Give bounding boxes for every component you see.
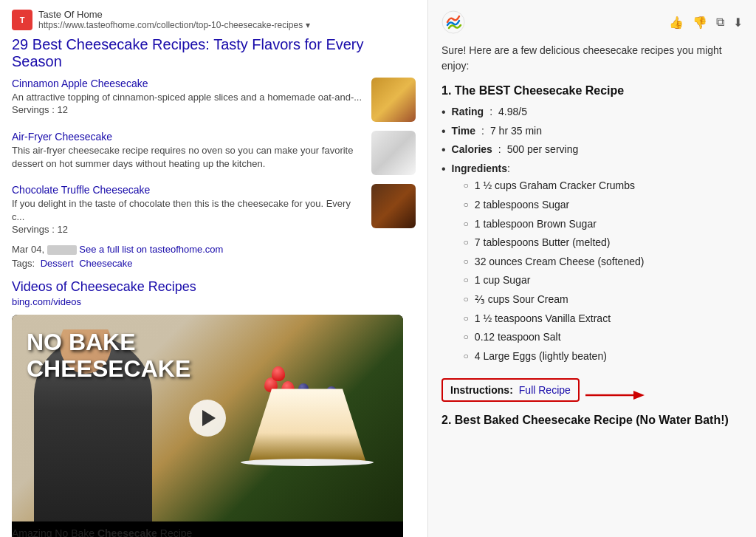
time-label: Time [452, 124, 475, 139]
ingredients-label: Ingredients [452, 163, 507, 174]
recipe-thumb-airfryer [371, 131, 416, 175]
recipe-link-chocolate[interactable]: Chocolate Truffle Cheesecake [12, 184, 364, 196]
instructions-label: Instructions: [450, 384, 513, 396]
intro-text: Sure! Here are a few delicious cheesecak… [441, 43, 743, 74]
recipe-thumb-chocolate [371, 184, 416, 228]
ingredient-item: 1 cup Sugar [464, 273, 645, 288]
date-blur [47, 245, 77, 255]
source-info: Taste Of Home https://www.tasteofhome.co… [38, 9, 310, 30]
video-title-overlay: NO BAKE CHEESECAKE [27, 329, 190, 381]
ingredients-list: 1 ½ cups Graham Cracker Crumbs2 tablespo… [464, 179, 645, 363]
ingredient-item: 1 ½ teaspoons Vanilla Extract [464, 312, 645, 326]
recipe1-title: 1. The BEST Cheesecake Recipe [441, 84, 743, 98]
ingredient-item: 0.12 teaspoon Salt [464, 330, 645, 345]
recipe-link-airfryer[interactable]: Air-Fryer Cheesecake [12, 131, 364, 143]
recipe-meta-cinnamon: Servings : 12 [12, 104, 364, 115]
ingredient-item: 7 tablespoons Butter (melted) [464, 236, 645, 250]
recipe-text-cinnamon: Cinnamon Apple Cheesecake An attractive … [12, 78, 364, 115]
recipe-link-cinnamon[interactable]: Cinnamon Apple Cheesecake [12, 78, 364, 89]
videos-section-title[interactable]: Videos of Cheesecake Recipes [12, 279, 416, 295]
calories-value: 500 per serving [507, 143, 579, 157]
date-line: Mar 04, See a full list on tasteofhome.c… [12, 244, 416, 255]
tags-line: Tags: Dessert Cheesecake [12, 258, 416, 269]
recipe-meta-chocolate: Servings : 12 [12, 224, 364, 235]
recipe-thumb-cinnamon [371, 78, 416, 122]
see-full-link[interactable]: See a full list on tasteofhome.com [79, 244, 223, 255]
recipe-item-airfryer: Air-Fryer Cheesecake This air-fryer chee… [12, 131, 416, 175]
svg-point-0 [442, 11, 464, 33]
full-recipe-link[interactable]: Full Recipe [519, 384, 571, 396]
thumbup-icon[interactable]: 👍 [669, 16, 684, 30]
source-name: Taste Of Home [38, 9, 310, 20]
left-panel: T Taste Of Home https://www.tasteofhome.… [0, 0, 428, 537]
recipe-text-airfryer: Air-Fryer Cheesecake This air-fryer chee… [12, 131, 364, 171]
recipe-desc-chocolate: If you delight in the taste of chocolate… [12, 197, 364, 224]
ingredient-item: ⅔ cups Sour Cream [464, 293, 645, 307]
rating-label: Rating [452, 105, 484, 120]
rating-item: Rating: 4.98/5 [441, 105, 743, 120]
svg-marker-2 [633, 391, 645, 400]
copilot-logo [441, 10, 465, 34]
ingredient-item: 1 ½ cups Graham Cracker Crumbs [464, 179, 645, 194]
recipe-desc-airfryer: This air-fryer cheesecake recipe require… [12, 144, 364, 171]
ingredient-item: 1 tablespoon Brown Sugar [464, 217, 645, 232]
recipe-text-chocolate: Chocolate Truffle Cheesecake If you deli… [12, 184, 364, 235]
video-info: Amazing No Bake Cheesecake Recipe 1M vie… [12, 521, 403, 537]
instructions-box: Instructions: Full Recipe [441, 378, 580, 402]
thumbdown-icon[interactable]: 👎 [693, 16, 707, 30]
ingredients-item: Ingredients: 1 ½ cups Graham Cracker Cru… [441, 162, 743, 369]
instructions-row: Instructions: Full Recipe [441, 378, 743, 412]
recipe2-title: 2. Best Baked Cheesecake Recipe (No Wate… [441, 412, 743, 428]
ingredient-item: 32 ounces Cream Cheese (softened) [464, 255, 645, 270]
calories-item: Calories: 500 per serving [441, 143, 743, 157]
right-panel: 👍 👎 ⧉ ⬇ Sure! Here are a few delicious c… [428, 0, 756, 537]
time-item: Time: 7 hr 35 min [441, 124, 743, 139]
cheesecake-plate [241, 459, 374, 466]
rating-value: 4.98/5 [498, 105, 527, 120]
recipe-item-chocolate: Chocolate Truffle Cheesecake If you deli… [12, 184, 416, 235]
ingredient-item: 4 Large Eggs (lightly beaten) [464, 349, 645, 364]
videos-source[interactable]: bing.com/videos [12, 296, 416, 307]
source-header: T Taste Of Home https://www.tasteofhome.… [12, 9, 416, 30]
ingredient-item: 2 tablespoons Sugar [464, 198, 645, 213]
recipe-desc-cinnamon: An attractive topping of cinnamon-spiced… [12, 91, 364, 104]
red-arrow [585, 388, 645, 403]
header-actions: 👍 👎 ⧉ ⬇ [669, 16, 743, 30]
video-card[interactable]: NO BAKE CHEESECAKE Amazing No Ba [12, 315, 403, 537]
section-divider: Videos of Cheesecake Recipes bing.com/vi… [12, 279, 416, 307]
recipe-item-cinnamon: Cinnamon Apple Cheesecake An attractive … [12, 78, 416, 122]
tag-cheesecake[interactable]: Cheesecake [79, 258, 132, 269]
main-search-title[interactable]: 29 Best Cheesecake Recipes: Tasty Flavor… [12, 36, 416, 70]
recipe1-meta-list: Rating: 4.98/5 Time: 7 hr 35 min Calorie… [441, 105, 743, 372]
calories-label: Calories [452, 143, 492, 157]
cheesecake-visual [233, 363, 381, 473]
copilot-header: 👍 👎 ⧉ ⬇ [441, 10, 743, 34]
time-value: 7 hr 35 min [490, 124, 542, 139]
tag-dessert[interactable]: Dessert [41, 258, 74, 269]
source-url: https://www.tasteofhome.com/collection/t… [38, 20, 310, 30]
download-icon[interactable]: ⬇ [733, 16, 743, 30]
video-title-text: Amazing No Bake Cheesecake Recipe [12, 527, 403, 537]
copy-icon[interactable]: ⧉ [716, 16, 724, 29]
source-favicon: T [12, 10, 32, 30]
video-thumbnail[interactable]: NO BAKE CHEESECAKE [12, 315, 403, 521]
